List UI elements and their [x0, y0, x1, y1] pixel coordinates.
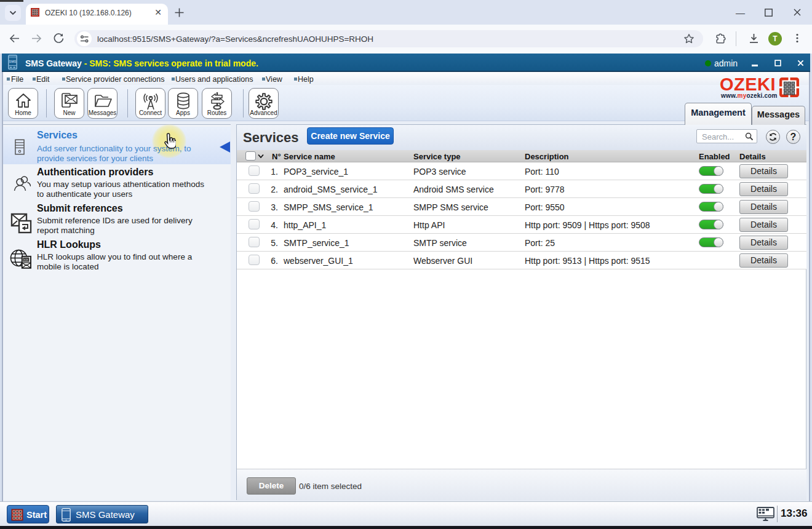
- svg-text:SMS: SMS: [9, 60, 17, 63]
